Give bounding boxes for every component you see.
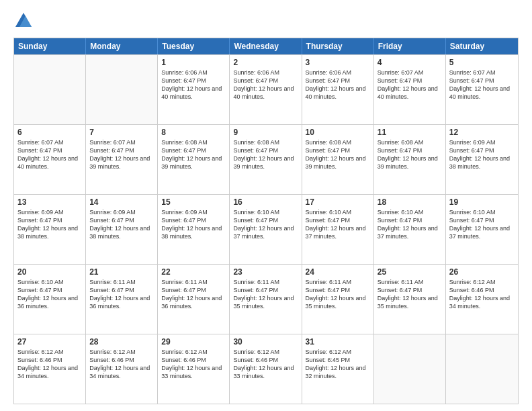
calendar-row: 20Sunrise: 6:10 AMSunset: 6:47 PMDayligh…	[14, 264, 518, 334]
cell-date: 28	[89, 337, 154, 347]
calendar-row: 1Sunrise: 6:06 AMSunset: 6:47 PMDaylight…	[14, 54, 518, 124]
cell-info: Sunrise: 6:11 AMSunset: 6:47 PMDaylight:…	[233, 278, 298, 311]
cell-date: 17	[306, 197, 370, 207]
cell-info: Sunrise: 6:12 AMSunset: 6:46 PMDaylight:…	[89, 348, 154, 381]
cell-info: Sunrise: 6:09 AMSunset: 6:47 PMDaylight:…	[161, 208, 226, 241]
calendar-cell: 4Sunrise: 6:07 AMSunset: 6:47 PMDaylight…	[374, 55, 446, 124]
calendar-cell: 15Sunrise: 6:09 AMSunset: 6:47 PMDayligh…	[158, 195, 230, 264]
cell-date: 16	[233, 197, 298, 207]
cell-info: Sunrise: 6:12 AMSunset: 6:46 PMDaylight:…	[449, 278, 515, 311]
calendar-cell: 21Sunrise: 6:11 AMSunset: 6:47 PMDayligh…	[86, 265, 158, 334]
calendar-cell: 26Sunrise: 6:12 AMSunset: 6:46 PMDayligh…	[446, 265, 518, 334]
calendar-cell: 29Sunrise: 6:12 AMSunset: 6:46 PMDayligh…	[158, 334, 230, 404]
calendar-cell: 24Sunrise: 6:11 AMSunset: 6:47 PMDayligh…	[302, 265, 374, 334]
calendar-cell: 5Sunrise: 6:07 AMSunset: 6:47 PMDaylight…	[446, 55, 518, 124]
cell-date: 24	[306, 267, 370, 277]
cell-date: 19	[449, 197, 515, 207]
cell-date: 25	[378, 267, 442, 277]
cell-date: 5	[449, 58, 515, 67]
cell-date: 26	[449, 267, 515, 277]
cell-date: 22	[161, 267, 226, 277]
cell-info: Sunrise: 6:07 AMSunset: 6:47 PMDaylight:…	[378, 68, 442, 101]
weekday-header: Tuesday	[158, 38, 230, 54]
cell-date: 15	[161, 197, 226, 207]
cell-info: Sunrise: 6:11 AMSunset: 6:47 PMDaylight:…	[161, 278, 226, 311]
calendar-row: 27Sunrise: 6:12 AMSunset: 6:46 PMDayligh…	[14, 334, 518, 404]
calendar-cell: 14Sunrise: 6:09 AMSunset: 6:47 PMDayligh…	[86, 195, 158, 264]
cell-info: Sunrise: 6:12 AMSunset: 6:46 PMDaylight:…	[161, 348, 226, 381]
cell-date: 8	[161, 128, 226, 137]
calendar-cell: 16Sunrise: 6:10 AMSunset: 6:47 PMDayligh…	[230, 195, 302, 264]
calendar-cell: 25Sunrise: 6:11 AMSunset: 6:47 PMDayligh…	[374, 265, 446, 334]
cell-date: 29	[161, 337, 226, 347]
calendar-cell	[86, 55, 158, 124]
calendar-cell: 23Sunrise: 6:11 AMSunset: 6:47 PMDayligh…	[230, 265, 302, 334]
weekday-header: Thursday	[302, 38, 374, 54]
cell-date: 13	[17, 197, 82, 207]
calendar-cell	[446, 334, 518, 404]
cell-info: Sunrise: 6:07 AMSunset: 6:47 PMDaylight:…	[449, 68, 515, 101]
calendar-cell: 18Sunrise: 6:10 AMSunset: 6:47 PMDayligh…	[374, 195, 446, 264]
cell-info: Sunrise: 6:11 AMSunset: 6:47 PMDaylight:…	[378, 278, 442, 311]
weekday-header: Saturday	[446, 38, 518, 54]
calendar-cell: 20Sunrise: 6:10 AMSunset: 6:47 PMDayligh…	[14, 265, 86, 334]
cell-info: Sunrise: 6:12 AMSunset: 6:46 PMDaylight:…	[17, 348, 82, 381]
calendar-cell	[374, 334, 446, 404]
cell-info: Sunrise: 6:10 AMSunset: 6:47 PMDaylight:…	[233, 208, 298, 241]
cell-date: 7	[89, 128, 154, 137]
cell-info: Sunrise: 6:06 AMSunset: 6:47 PMDaylight:…	[233, 68, 298, 101]
cell-date: 4	[378, 58, 442, 67]
cell-info: Sunrise: 6:11 AMSunset: 6:47 PMDaylight:…	[306, 278, 370, 311]
header	[13, 11, 519, 31]
calendar-cell: 8Sunrise: 6:08 AMSunset: 6:47 PMDaylight…	[158, 125, 230, 194]
page: SundayMondayTuesdayWednesdayThursdayFrid…	[0, 0, 532, 411]
cell-date: 10	[306, 128, 370, 137]
cell-info: Sunrise: 6:06 AMSunset: 6:47 PMDaylight:…	[161, 68, 226, 101]
calendar-cell	[14, 55, 86, 124]
cell-info: Sunrise: 6:11 AMSunset: 6:47 PMDaylight:…	[89, 278, 154, 311]
cell-date: 20	[17, 267, 82, 277]
cell-info: Sunrise: 6:06 AMSunset: 6:47 PMDaylight:…	[306, 68, 370, 101]
calendar-cell: 30Sunrise: 6:12 AMSunset: 6:46 PMDayligh…	[230, 334, 302, 404]
calendar-body: 1Sunrise: 6:06 AMSunset: 6:47 PMDaylight…	[14, 54, 518, 404]
cell-info: Sunrise: 6:10 AMSunset: 6:47 PMDaylight:…	[378, 208, 442, 241]
calendar-cell: 22Sunrise: 6:11 AMSunset: 6:47 PMDayligh…	[158, 265, 230, 334]
cell-info: Sunrise: 6:08 AMSunset: 6:47 PMDaylight:…	[306, 138, 370, 171]
cell-date: 30	[233, 337, 298, 347]
calendar-cell: 2Sunrise: 6:06 AMSunset: 6:47 PMDaylight…	[230, 55, 302, 124]
cell-info: Sunrise: 6:09 AMSunset: 6:47 PMDaylight:…	[17, 208, 82, 241]
cell-date: 9	[233, 128, 298, 137]
calendar-cell: 28Sunrise: 6:12 AMSunset: 6:46 PMDayligh…	[86, 334, 158, 404]
weekday-header: Wednesday	[230, 38, 302, 54]
calendar-cell: 27Sunrise: 6:12 AMSunset: 6:46 PMDayligh…	[14, 334, 86, 404]
cell-date: 31	[306, 337, 370, 347]
calendar-cell: 13Sunrise: 6:09 AMSunset: 6:47 PMDayligh…	[14, 195, 86, 264]
calendar-header: SundayMondayTuesdayWednesdayThursdayFrid…	[14, 38, 518, 54]
calendar-cell: 19Sunrise: 6:10 AMSunset: 6:47 PMDayligh…	[446, 195, 518, 264]
weekday-header: Monday	[86, 38, 158, 54]
calendar-row: 6Sunrise: 6:07 AMSunset: 6:47 PMDaylight…	[14, 124, 518, 194]
cell-date: 11	[378, 128, 442, 137]
cell-info: Sunrise: 6:08 AMSunset: 6:47 PMDaylight:…	[161, 138, 226, 171]
cell-date: 27	[17, 337, 82, 347]
calendar-cell: 10Sunrise: 6:08 AMSunset: 6:47 PMDayligh…	[302, 125, 374, 194]
cell-info: Sunrise: 6:12 AMSunset: 6:46 PMDaylight:…	[233, 348, 298, 381]
cell-date: 1	[161, 58, 226, 67]
cell-info: Sunrise: 6:08 AMSunset: 6:47 PMDaylight:…	[378, 138, 442, 171]
weekday-header: Sunday	[14, 38, 86, 54]
cell-date: 21	[89, 267, 154, 277]
cell-info: Sunrise: 6:07 AMSunset: 6:47 PMDaylight:…	[89, 138, 154, 171]
calendar-cell: 12Sunrise: 6:09 AMSunset: 6:47 PMDayligh…	[446, 125, 518, 194]
calendar-cell: 17Sunrise: 6:10 AMSunset: 6:47 PMDayligh…	[302, 195, 374, 264]
calendar-cell: 3Sunrise: 6:06 AMSunset: 6:47 PMDaylight…	[302, 55, 374, 124]
cell-info: Sunrise: 6:08 AMSunset: 6:47 PMDaylight:…	[233, 138, 298, 171]
calendar-row: 13Sunrise: 6:09 AMSunset: 6:47 PMDayligh…	[14, 194, 518, 264]
calendar-cell: 1Sunrise: 6:06 AMSunset: 6:47 PMDaylight…	[158, 55, 230, 124]
cell-info: Sunrise: 6:10 AMSunset: 6:47 PMDaylight:…	[449, 208, 515, 241]
cell-date: 6	[17, 128, 82, 137]
cell-date: 14	[89, 197, 154, 207]
cell-date: 23	[233, 267, 298, 277]
calendar-cell: 7Sunrise: 6:07 AMSunset: 6:47 PMDaylight…	[86, 125, 158, 194]
cell-info: Sunrise: 6:09 AMSunset: 6:47 PMDaylight:…	[449, 138, 515, 171]
calendar-cell: 31Sunrise: 6:12 AMSunset: 6:45 PMDayligh…	[302, 334, 374, 404]
